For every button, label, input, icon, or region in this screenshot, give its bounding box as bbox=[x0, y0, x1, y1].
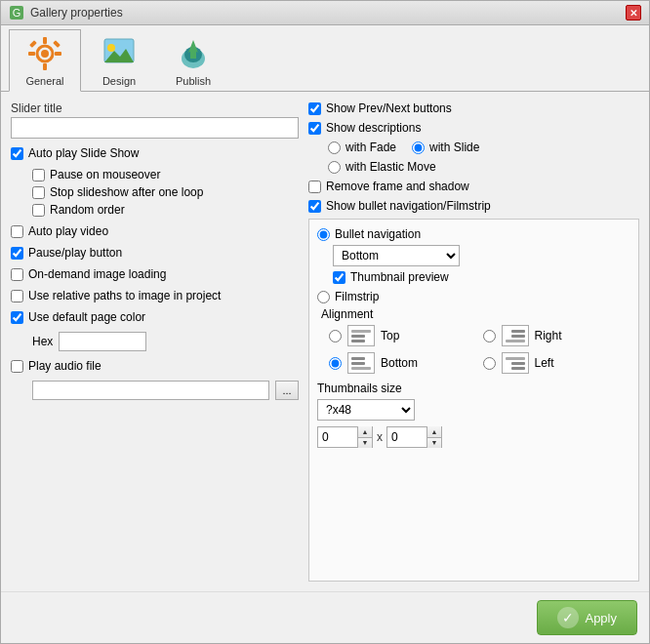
play-audio-checkbox[interactable] bbox=[11, 360, 23, 373]
on-demand-loading-checkbox[interactable] bbox=[11, 268, 23, 281]
auto-play-video-checkbox[interactable] bbox=[11, 225, 23, 238]
auto-play-video-row[interactable]: Auto play video bbox=[11, 224, 299, 238]
browse-button[interactable]: ... bbox=[275, 381, 299, 400]
general-icon bbox=[25, 34, 64, 73]
checkmark-symbol: ✓ bbox=[562, 610, 574, 625]
align-right-item[interactable]: Right bbox=[483, 325, 631, 346]
filmstrip-row[interactable]: Filmstrip bbox=[317, 290, 630, 303]
bottom-bar: ✓ Apply bbox=[1, 591, 649, 643]
on-demand-loading-row[interactable]: On-demand image loading bbox=[11, 267, 299, 281]
height-input-group: ▲ ▼ bbox=[386, 426, 442, 448]
use-relative-paths-row[interactable]: Use relative paths to image in project bbox=[11, 289, 299, 302]
apply-button[interactable]: ✓ Apply bbox=[537, 600, 637, 635]
stop-slideshow-checkbox[interactable] bbox=[32, 186, 45, 199]
play-audio-row[interactable]: Play audio file bbox=[11, 359, 299, 373]
tab-design-label: Design bbox=[102, 75, 136, 87]
width-spin-up[interactable]: ▲ bbox=[358, 426, 372, 438]
audio-file-row: ... bbox=[32, 381, 299, 400]
title-bar: G Gallery properties ✕ bbox=[1, 1, 649, 25]
filmstrip-radio[interactable] bbox=[317, 291, 330, 303]
align-left-radio[interactable] bbox=[483, 357, 496, 370]
slider-title-group: Slider title bbox=[11, 101, 299, 139]
on-demand-loading-label: On-demand image loading bbox=[28, 267, 166, 281]
bullet-navigation-radio[interactable] bbox=[317, 228, 330, 241]
close-button[interactable]: ✕ bbox=[626, 5, 641, 20]
auto-play-row[interactable]: Auto play Slide Show bbox=[11, 146, 299, 160]
height-spin-down[interactable]: ▼ bbox=[427, 438, 441, 449]
show-descriptions-row[interactable]: Show descriptions bbox=[308, 121, 639, 135]
show-bullet-nav-checkbox[interactable] bbox=[308, 200, 321, 213]
tab-design[interactable]: Design bbox=[83, 29, 155, 91]
audio-file-input[interactable] bbox=[32, 381, 269, 400]
pause-mouseover-row[interactable]: Pause on mouseover bbox=[32, 168, 299, 181]
with-slide-row[interactable]: with Slide bbox=[412, 141, 479, 154]
random-order-checkbox[interactable] bbox=[32, 204, 45, 217]
with-fade-row[interactable]: with Fade bbox=[328, 141, 396, 154]
bullet-nav-options: Bottom Top Left Right Thumbnail preview bbox=[333, 245, 630, 284]
bullet-navigation-row[interactable]: Bullet navigation bbox=[317, 227, 630, 241]
play-audio-label: Play audio file bbox=[28, 359, 102, 373]
tab-publish-label: Publish bbox=[176, 75, 211, 87]
right-panel: Show Prev/Next buttons Show descriptions… bbox=[308, 101, 639, 582]
align-left-icon bbox=[502, 352, 529, 374]
width-input[interactable] bbox=[318, 427, 357, 447]
thumbnail-size-dropdown[interactable]: ?x48 ?x64 ?x96 bbox=[317, 399, 415, 421]
thumbnail-preview-label: Thumbnail preview bbox=[350, 270, 449, 284]
show-bullet-nav-label: Show bullet navigation/Filmstrip bbox=[326, 199, 491, 213]
with-elastic-label: with Elastic Move bbox=[345, 160, 436, 174]
apply-label: Apply bbox=[585, 611, 617, 625]
hex-input[interactable] bbox=[59, 332, 146, 351]
align-right-radio[interactable] bbox=[483, 330, 496, 342]
align-left-item[interactable]: Left bbox=[483, 352, 631, 374]
align-top-label: Top bbox=[381, 329, 399, 342]
height-input[interactable] bbox=[387, 427, 427, 447]
height-spin-buttons: ▲ ▼ bbox=[427, 426, 441, 448]
width-spin-down[interactable]: ▼ bbox=[358, 438, 372, 449]
window-title: Gallery properties bbox=[30, 6, 123, 20]
with-elastic-move-row[interactable]: with Elastic Move bbox=[328, 160, 639, 174]
auto-play-label: Auto play Slide Show bbox=[28, 146, 139, 160]
use-default-color-label: Use default page color bbox=[28, 310, 145, 324]
tab-general[interactable]: General bbox=[9, 29, 81, 92]
pause-play-button-row[interactable]: Pause/play button bbox=[11, 246, 299, 260]
pause-play-button-checkbox[interactable] bbox=[11, 247, 23, 260]
with-fade-radio[interactable] bbox=[328, 141, 341, 154]
align-top-item[interactable]: Top bbox=[329, 325, 477, 346]
pause-mouseover-checkbox[interactable] bbox=[32, 169, 45, 181]
pause-play-button-label: Pause/play button bbox=[28, 246, 122, 260]
slider-title-label: Slider title bbox=[11, 101, 299, 115]
stop-slideshow-row[interactable]: Stop slideshow after one loop bbox=[32, 185, 299, 199]
auto-play-checkbox[interactable] bbox=[11, 147, 23, 160]
svg-text:G: G bbox=[13, 7, 21, 19]
use-relative-paths-label: Use relative paths to image in project bbox=[28, 289, 221, 302]
show-prev-next-checkbox[interactable] bbox=[308, 102, 321, 115]
with-slide-radio[interactable] bbox=[412, 141, 425, 154]
show-bullet-nav-row[interactable]: Show bullet navigation/Filmstrip bbox=[308, 199, 639, 213]
use-default-color-row[interactable]: Use default page color bbox=[11, 310, 299, 324]
use-relative-paths-checkbox[interactable] bbox=[11, 290, 23, 302]
use-default-color-checkbox[interactable] bbox=[11, 311, 23, 324]
height-spin-up[interactable]: ▲ bbox=[427, 426, 441, 438]
random-order-row[interactable]: Random order bbox=[32, 203, 299, 217]
align-bottom-radio[interactable] bbox=[329, 357, 342, 370]
slider-title-input[interactable] bbox=[11, 117, 299, 139]
width-spin-buttons: ▲ ▼ bbox=[357, 426, 372, 448]
bullet-position-dropdown[interactable]: Bottom Top Left Right bbox=[333, 245, 460, 266]
show-descriptions-checkbox[interactable] bbox=[308, 122, 321, 135]
thumbnail-preview-checkbox[interactable] bbox=[333, 271, 345, 284]
with-elastic-radio[interactable] bbox=[328, 161, 341, 174]
alignment-label: Alignment bbox=[321, 307, 373, 321]
remove-frame-shadow-row[interactable]: Remove frame and shadow bbox=[308, 180, 639, 193]
title-bar-left: G Gallery properties bbox=[9, 5, 123, 20]
remove-frame-shadow-checkbox[interactable] bbox=[308, 181, 321, 193]
align-top-radio[interactable] bbox=[329, 330, 342, 342]
align-bottom-item[interactable]: Bottom bbox=[329, 352, 477, 374]
thumbnail-preview-row[interactable]: Thumbnail preview bbox=[333, 270, 630, 284]
left-panel: Slider title Auto play Slide Show Pause … bbox=[11, 101, 299, 582]
svg-point-3 bbox=[41, 50, 49, 58]
svg-rect-4 bbox=[43, 37, 47, 44]
show-prev-next-row[interactable]: Show Prev/Next buttons bbox=[308, 101, 639, 115]
with-elastic-move-row-wrapper: with Elastic Move bbox=[328, 160, 639, 174]
svg-rect-6 bbox=[28, 52, 35, 56]
tab-publish[interactable]: Publish bbox=[157, 29, 229, 91]
